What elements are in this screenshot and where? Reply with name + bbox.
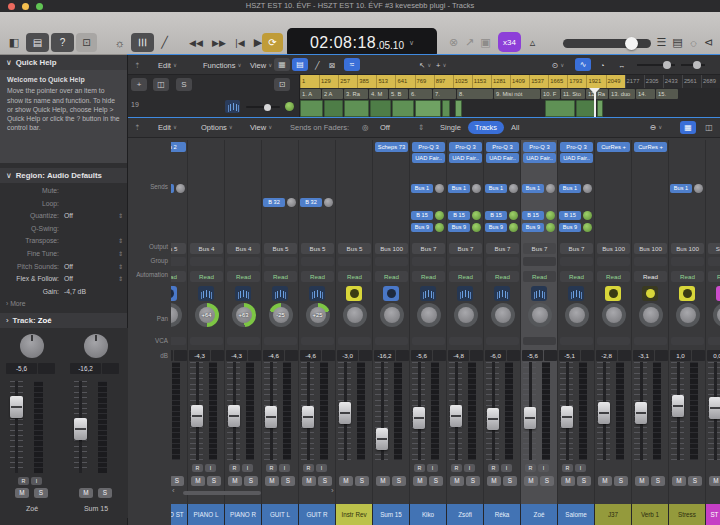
channel-type-icon[interactable] (309, 286, 325, 301)
track-pan-knob[interactable] (285, 102, 294, 111)
plugin-slot[interactable]: Pro-Q 3 (486, 142, 519, 152)
inspector-fader-cap[interactable] (10, 396, 23, 418)
track-name-plate[interactable]: J37 (595, 504, 632, 525)
vca-slot[interactable] (486, 337, 519, 345)
send-knob[interactable] (472, 223, 481, 232)
fader-cap[interactable] (635, 402, 647, 424)
plugin-slot[interactable]: Pro-Q 3 (560, 142, 593, 152)
send-knob[interactable] (509, 211, 518, 220)
input-monitor-button[interactable]: I (279, 464, 290, 472)
solo-button[interactable]: S (540, 476, 554, 486)
group-slot[interactable] (597, 257, 630, 266)
ruler-tick[interactable]: 513 (376, 75, 395, 88)
mute-button[interactable]: M (524, 476, 538, 486)
track-name-plate[interactable]: Stress (669, 504, 706, 525)
send-knob[interactable] (583, 223, 592, 232)
solo-button[interactable]: S (355, 476, 369, 486)
fade-icon[interactable]: ╱ (315, 59, 320, 71)
track-name-plate[interactable]: Salome (558, 504, 595, 525)
send-knob[interactable] (287, 198, 296, 207)
audio-region[interactable] (545, 100, 575, 117)
chat-icon[interactable]: ◌ (687, 33, 700, 52)
vca-slot[interactable] (597, 337, 630, 345)
region-lane[interactable] (300, 100, 720, 117)
pan-knob[interactable] (491, 303, 515, 327)
volume-value[interactable]: 0,0 (707, 350, 720, 361)
vca-slot[interactable] (708, 337, 720, 345)
ruler-tick[interactable]: 641 (395, 75, 414, 88)
record-ready-button[interactable]: R (488, 464, 499, 472)
group-slot[interactable] (227, 257, 260, 266)
group-slot[interactable] (486, 257, 519, 266)
timer-icon[interactable]: ◔ (600, 59, 605, 71)
fader-cap[interactable] (191, 405, 203, 427)
send-knob[interactable] (435, 184, 444, 193)
ruler-tick[interactable]: 257 (338, 75, 357, 88)
volume-value[interactable]: 1,0 (670, 350, 691, 361)
group-slot[interactable] (375, 257, 408, 266)
tracks-back-icon[interactable]: ⇡ (134, 59, 140, 71)
vca-slot[interactable] (560, 337, 593, 345)
mute-button[interactable]: M (339, 476, 353, 486)
ruler-tick[interactable]: 385 (357, 75, 376, 88)
mixer-view-single[interactable]: Single (433, 121, 468, 134)
send-knob[interactable] (583, 184, 592, 193)
send-slot[interactable]: B 32 (263, 198, 285, 207)
sends-on-faders-value[interactable]: Off (380, 121, 390, 133)
stop-icon[interactable]: |◀ (232, 33, 248, 52)
marker[interactable]: 4. M (369, 89, 388, 99)
automation-mode-button[interactable]: Read (171, 271, 186, 282)
crossfade-icon[interactable]: ⊠ (329, 59, 335, 71)
output-slot[interactable]: Bus 5 (301, 243, 334, 254)
pan-knob[interactable] (417, 303, 441, 327)
fader-cap[interactable] (598, 402, 610, 424)
solo-button[interactable]: S (281, 476, 295, 486)
strip-view-icon[interactable]: ▦ (680, 121, 696, 134)
channel-type-icon[interactable] (346, 286, 362, 301)
region-param-value[interactable]: -4,7 dB (64, 288, 86, 295)
group-slot[interactable] (338, 257, 371, 266)
output-slot[interactable]: Bus 7 (449, 243, 482, 254)
input-monitor-button[interactable]: I (427, 464, 438, 472)
automation-mode-button[interactable]: Read (375, 271, 408, 282)
fader-cap[interactable] (709, 397, 720, 419)
record-ready-button[interactable]: R (562, 464, 573, 472)
solo-button[interactable]: S (171, 476, 184, 486)
group-slot[interactable] (634, 257, 667, 266)
automation-mode-button[interactable]: Read (708, 271, 720, 282)
record-ready-button[interactable]: R (414, 464, 425, 472)
automation-mode-button[interactable]: Read (486, 271, 519, 282)
track-name-plate[interactable]: Instr Rev (336, 504, 373, 525)
fader-cap[interactable] (376, 428, 388, 450)
send-knob[interactable] (472, 184, 481, 193)
send-slot[interactable]: B 15 (522, 211, 544, 220)
vca-slot[interactable] (634, 337, 667, 345)
pan-knob[interactable] (713, 303, 720, 327)
ruler-tick[interactable]: 2049 (606, 75, 625, 88)
group-slot[interactable] (412, 257, 445, 266)
send-slot[interactable]: B 32 (171, 184, 174, 193)
vca-slot[interactable] (375, 337, 408, 345)
pan-knob[interactable] (639, 303, 663, 327)
record-ready-button[interactable]: R (451, 464, 462, 472)
dim-icon-3[interactable]: ▣ (479, 33, 492, 52)
fade-tool-icon[interactable]: ╱ (158, 33, 171, 52)
mixer-view-tracks[interactable]: Tracks (468, 121, 504, 134)
record-ready-button[interactable]: R (18, 477, 29, 485)
track-name-plate[interactable]: GUIT L (262, 504, 299, 525)
plugin-slot[interactable]: tum 2 (171, 142, 186, 152)
mute-button[interactable]: M (228, 476, 242, 486)
output-slot[interactable]: Bus 100 (634, 243, 667, 254)
hzoom-slider[interactable] (681, 64, 705, 66)
automation-mode-button[interactable]: Read (671, 271, 704, 282)
send-knob[interactable] (435, 211, 444, 220)
solo-button[interactable]: S (688, 476, 702, 486)
solo-button[interactable]: S (466, 476, 480, 486)
inspector-pan-knob[interactable] (84, 334, 108, 358)
mixer-menu-options[interactable]: Options∨ (201, 121, 233, 133)
send-knob[interactable] (509, 184, 518, 193)
audio-region[interactable] (576, 100, 596, 117)
marker[interactable]: 6. (409, 89, 432, 99)
output-slot[interactable]: St Out (708, 243, 720, 254)
plugin-slot[interactable]: Pro-Q 3 (412, 142, 445, 152)
